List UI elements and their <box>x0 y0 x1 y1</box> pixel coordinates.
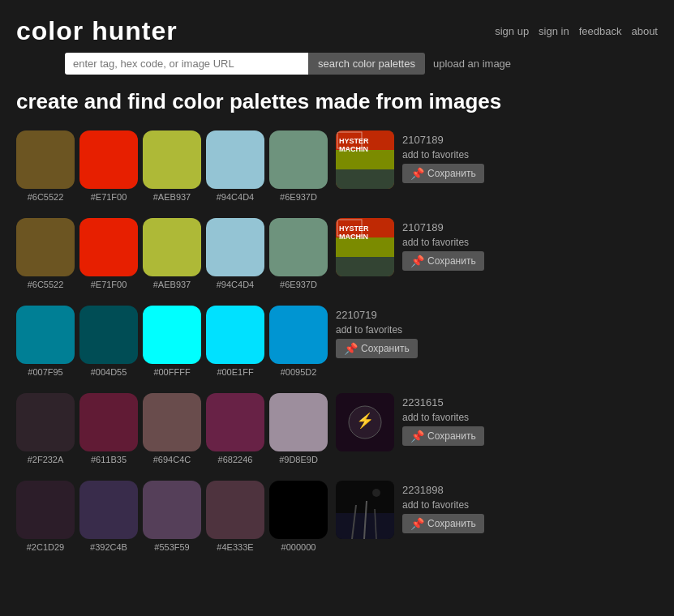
pin-icon: 📌 <box>344 342 358 355</box>
palette-row: #2F232A#611B35#694C4C#682246#9D8E9D ⚡ 22… <box>16 393 658 464</box>
color-swatch[interactable] <box>79 393 138 451</box>
color-swatch[interactable] <box>206 218 264 276</box>
pin-icon: 📌 <box>410 255 424 267</box>
color-swatch[interactable] <box>16 130 75 189</box>
swatch-label: #004D55 <box>91 367 127 377</box>
add-favorites-link[interactable]: add to favorites <box>402 149 484 160</box>
swatch-label: #6C5522 <box>28 280 64 289</box>
swatch-col: #007F95 <box>16 306 75 377</box>
palette-info: 2107189add to favorites📌Сохранить <box>402 130 484 183</box>
swatch-col: #611B35 <box>79 393 138 464</box>
swatch-label: #AEB937 <box>153 280 191 289</box>
color-swatch[interactable] <box>269 218 328 276</box>
swatch-label: #00FFFF <box>153 367 190 377</box>
search-button[interactable]: search color palettes <box>308 53 425 75</box>
save-label: Сохранить <box>361 343 410 354</box>
svg-text:HYSTER: HYSTER <box>339 225 369 233</box>
svg-text:HYSTER: HYSTER <box>339 137 369 145</box>
color-swatch[interactable] <box>16 481 75 539</box>
color-swatch[interactable] <box>79 481 138 539</box>
color-swatch[interactable] <box>16 306 75 364</box>
color-swatch[interactable] <box>79 218 138 276</box>
color-swatch[interactable] <box>269 306 328 364</box>
swatch-label: #0095D2 <box>281 367 317 377</box>
swatch-label: #553F59 <box>154 542 189 552</box>
swatch-label: #2F232A <box>28 455 64 464</box>
swatch-col: #AEB937 <box>143 218 201 289</box>
color-swatch[interactable] <box>269 481 328 539</box>
palette-info: 2107189add to favorites📌Сохранить <box>402 218 484 271</box>
save-label: Сохранить <box>427 255 476 267</box>
palette-id-link[interactable]: 2210719 <box>336 309 418 321</box>
swatch-col: #94C4D4 <box>206 130 264 202</box>
color-swatch[interactable] <box>206 306 264 364</box>
palette-id-link[interactable]: 2231898 <box>402 484 484 496</box>
swatch-label: #682246 <box>218 455 253 464</box>
add-favorites-link[interactable]: add to favorites <box>402 412 484 423</box>
swatch-col: #004D55 <box>79 306 138 377</box>
swatch-label: #6C5522 <box>28 192 64 202</box>
nav-signin[interactable]: sign in <box>539 25 569 37</box>
palette-id-link[interactable]: 2107189 <box>402 134 484 146</box>
nav-feedback[interactable]: feedback <box>579 25 622 37</box>
color-swatch[interactable] <box>143 306 201 364</box>
nav-signup[interactable]: sign up <box>495 25 529 37</box>
search-bar: search color palettes upload an image <box>65 53 658 75</box>
color-swatch[interactable] <box>79 130 138 189</box>
swatch-col: #6E937D <box>269 218 328 289</box>
pin-icon: 📌 <box>410 430 424 443</box>
save-button[interactable]: 📌Сохранить <box>402 164 484 183</box>
svg-rect-3 <box>336 169 394 189</box>
add-favorites-link[interactable]: add to favorites <box>336 324 418 336</box>
color-swatch[interactable] <box>16 218 75 276</box>
swatch-label: #392C4B <box>90 542 127 552</box>
swatch-col: #000000 <box>269 481 328 552</box>
color-swatch[interactable] <box>143 393 201 451</box>
swatch-col: #694C4C <box>143 393 201 464</box>
palette-id-link[interactable]: 2107189 <box>402 221 484 233</box>
color-swatch[interactable] <box>206 393 264 451</box>
svg-text:⚡: ⚡ <box>356 412 375 430</box>
upload-link[interactable]: upload an image <box>433 58 511 70</box>
save-button[interactable]: 📌Сохранить <box>336 339 418 358</box>
swatch-col: #2F232A <box>16 393 75 464</box>
nav-links: sign up sign in feedback about <box>495 25 658 37</box>
palette-id-link[interactable]: 2231615 <box>402 396 484 409</box>
swatch-col: #E71F00 <box>79 130 138 202</box>
color-swatch[interactable] <box>206 481 264 539</box>
color-swatch[interactable] <box>269 130 328 189</box>
color-swatch[interactable] <box>143 481 201 539</box>
save-label: Сохранить <box>427 518 476 529</box>
palette-info: 2231898add to favorites📌Сохранить <box>402 481 484 533</box>
swatch-col: #2C1D29 <box>16 481 75 552</box>
color-swatch[interactable] <box>143 130 201 189</box>
svg-point-22 <box>372 489 380 497</box>
swatch-label: #9D8E9D <box>279 455 318 464</box>
swatch-label: #000000 <box>281 542 316 552</box>
add-favorites-link[interactable]: add to favorites <box>402 237 484 248</box>
palette-row: #007F95#004D55#00FFFF#00E1FF#0095D222107… <box>16 306 658 377</box>
color-swatch[interactable] <box>79 306 138 364</box>
color-swatch[interactable] <box>206 130 264 189</box>
save-button[interactable]: 📌Сохранить <box>402 514 484 533</box>
color-swatch[interactable] <box>16 393 75 451</box>
pin-icon: 📌 <box>410 517 424 530</box>
search-input[interactable] <box>65 53 308 75</box>
palette-info: 2231615add to favorites📌Сохранить <box>402 393 484 446</box>
color-swatch[interactable] <box>269 393 328 451</box>
add-favorites-link[interactable]: add to favorites <box>402 499 484 511</box>
swatch-label: #611B35 <box>91 455 127 464</box>
logo: color hunter <box>16 16 178 46</box>
save-button[interactable]: 📌Сохранить <box>402 251 484 271</box>
save-label: Сохранить <box>427 168 476 179</box>
palette-info: 2210719add to favorites📌Сохранить <box>336 306 418 358</box>
nav-about[interactable]: about <box>631 25 658 37</box>
save-button[interactable]: 📌Сохранить <box>402 426 484 446</box>
swatch-label: #007F95 <box>28 367 62 377</box>
header: color hunter sign up sign in feedback ab… <box>16 8 658 53</box>
swatch-col: #553F59 <box>143 481 201 552</box>
color-swatch[interactable] <box>143 218 201 276</box>
svg-rect-10 <box>336 257 394 276</box>
swatch-label: #2C1D29 <box>27 542 64 552</box>
save-label: Сохранить <box>427 430 476 442</box>
